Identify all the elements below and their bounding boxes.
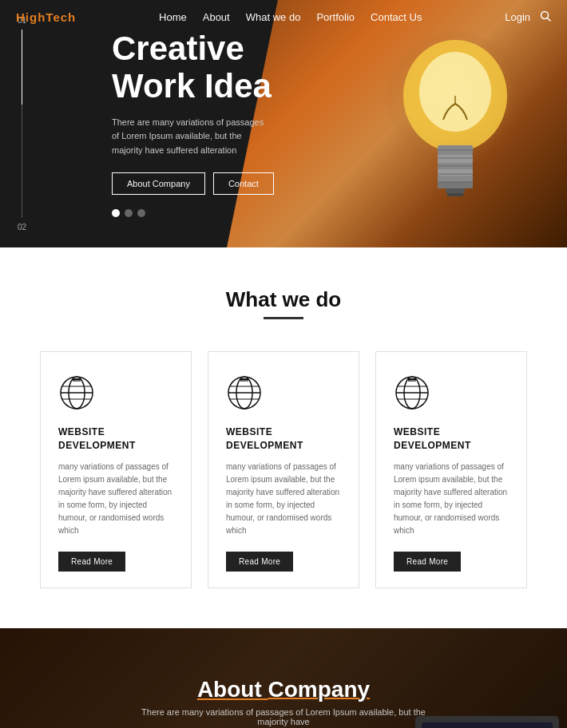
service-card-2: www WEBSITEDEVELOPMENT many variations o…	[208, 351, 359, 588]
svg-rect-15	[446, 188, 465, 193]
card-1-icon: www	[58, 374, 173, 414]
login-link[interactable]: Login	[505, 11, 530, 23]
brand-logo: HighTech	[16, 10, 76, 24]
svg-line-18	[548, 18, 551, 21]
svg-rect-16	[447, 193, 463, 196]
about-section: About Company There are many variations …	[0, 628, 567, 728]
nav-about-link[interactable]: About	[203, 11, 230, 23]
nav-links: Home About What we do Portfolio Contact …	[159, 10, 422, 24]
hero-title: Creative Work Idea	[112, 30, 274, 104]
slide-num-end: 02	[18, 223, 26, 231]
nav-actions: Login	[505, 10, 551, 24]
svg-rect-5	[438, 155, 473, 163]
card-1-read-more[interactable]: Read More	[58, 552, 125, 572]
nav-contact-link[interactable]: Contact Us	[371, 11, 422, 23]
dot-3[interactable]	[137, 209, 145, 217]
about-content: About Company There are many variations …	[132, 677, 435, 728]
hero-buttons: About Company Contact	[112, 172, 274, 195]
hero-subtitle: There are many variations of passages of…	[112, 116, 272, 158]
about-company-button[interactable]: About Company	[112, 172, 205, 195]
card-3-read-more[interactable]: Read More	[394, 552, 461, 572]
service-card-3: www WEBSITEDEVELOPMENT many variations o…	[375, 351, 527, 588]
hero-dots	[112, 209, 274, 217]
what-we-do-title: What we do	[32, 287, 535, 312]
card-1-text: many variations of passages of Lorem ips…	[58, 461, 173, 537]
card-3-icon: www	[394, 374, 509, 414]
svg-text:www: www	[241, 378, 248, 382]
nav-what-we-do[interactable]: What we do	[246, 10, 301, 24]
section-underline	[264, 317, 303, 319]
card-3-text: many variations of passages of Lorem ips…	[394, 461, 509, 537]
card-2-text: many variations of passages of Lorem ips…	[226, 461, 341, 537]
nav-contact[interactable]: Contact Us	[371, 10, 422, 24]
card-3-title: WEBSITEDEVELOPMENT	[394, 425, 509, 453]
dot-1[interactable]	[112, 209, 120, 217]
contact-button[interactable]: Contact	[213, 172, 274, 195]
navbar: HighTech Home About What we do Portfolio…	[0, 0, 567, 34]
svg-point-2	[419, 52, 491, 132]
about-subtitle: There are many variations of passages of…	[132, 707, 435, 726]
card-2-read-more[interactable]: Read More	[226, 552, 293, 572]
nav-about[interactable]: About	[203, 10, 230, 24]
nav-portfolio[interactable]: Portfolio	[316, 10, 355, 24]
card-1-title: WEBSITEDEVELOPMENT	[58, 425, 173, 453]
svg-rect-7	[438, 169, 473, 176]
search-icon[interactable]	[540, 10, 551, 24]
about-title-underline: Company	[268, 677, 371, 702]
nav-home[interactable]: Home	[159, 10, 187, 24]
brand-logo-tech: Tech	[46, 10, 76, 24]
about-title: About Company	[132, 677, 435, 702]
svg-text:www: www	[73, 378, 81, 382]
svg-text:www: www	[409, 378, 416, 382]
svg-rect-9	[438, 182, 473, 188]
service-card-1: www WEBSITEDEVELOPMENT many variations o…	[40, 351, 192, 588]
nav-what-link[interactable]: What we do	[246, 11, 301, 23]
cards-row: www WEBSITEDEVELOPMENT many variations o…	[32, 351, 535, 588]
nav-home-link[interactable]: Home	[159, 11, 187, 23]
card-2-title: WEBSITEDEVELOPMENT	[226, 425, 341, 453]
svg-rect-42	[422, 722, 553, 728]
hero-section: 01 02 HighTech Home About What we do Por…	[0, 0, 567, 247]
what-we-do-section: What we do www WEBSITEDEVELOPMENT many v…	[0, 247, 567, 628]
dot-2[interactable]	[125, 209, 133, 217]
card-2-icon: www	[226, 374, 341, 414]
hero-title-line1: Creative	[112, 30, 244, 67]
brand-logo-highlight: H	[16, 10, 26, 24]
hero-title-line2: Work Idea	[112, 67, 272, 105]
nav-portfolio-link[interactable]: Portfolio	[316, 11, 355, 23]
about-title-plain: About	[197, 677, 268, 702]
hero-bulb-image	[367, 16, 543, 224]
hero-content: Creative Work Idea There are many variat…	[0, 30, 274, 216]
svg-rect-8	[438, 176, 473, 182]
